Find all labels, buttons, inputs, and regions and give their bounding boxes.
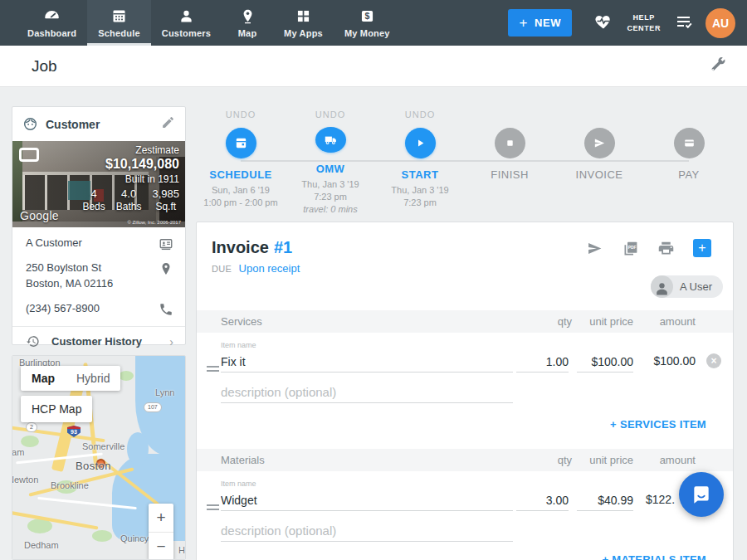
map-road: [12, 510, 99, 529]
add-invoice-button[interactable]: +: [693, 239, 711, 257]
map-zoom-out-button[interactable]: −: [149, 532, 173, 560]
omw-step-button[interactable]: [315, 127, 346, 153]
finish-step-button[interactable]: [495, 128, 525, 158]
qty-header: qty: [558, 454, 572, 466]
address-line2: Boston, MA 02116: [26, 277, 113, 290]
nav-tab-customers[interactable]: Customers: [151, 0, 222, 46]
svg-text:$: $: [364, 11, 369, 21]
map-label-lynn: Lynn: [155, 387, 174, 397]
nav-tab-my-apps[interactable]: My Apps: [273, 0, 334, 46]
contact-card-icon: [159, 236, 173, 251]
baths-label: Baths: [116, 201, 142, 212]
nav-tab-map[interactable]: Map: [222, 0, 273, 46]
heart-pulse-icon: [593, 12, 613, 32]
map-pin-icon: [239, 7, 256, 25]
map-park: [92, 530, 112, 542]
address-line1: 250 Boylston St: [26, 261, 101, 274]
nav-label: Dashboard: [27, 28, 76, 38]
invoice-actions: PDF +: [586, 239, 711, 257]
truck-icon: [324, 133, 338, 147]
help-center-line1: HELP: [627, 12, 661, 23]
assignee-chip[interactable]: A User: [651, 275, 723, 298]
material-line-item: Item name $122.: [197, 480, 733, 546]
nav-tab-my-money[interactable]: $ My Money: [334, 0, 401, 46]
google-watermark: Google: [20, 209, 59, 222]
step-date: Sun, Jan 6 '19: [212, 185, 270, 195]
invoice-title-row: Invoice#1: [212, 238, 292, 257]
street-view-toggle-icon[interactable]: [19, 148, 39, 162]
nav-right: + NEW HELP CENTER AU: [508, 0, 747, 46]
step-travel: travel: 0 mins: [303, 204, 357, 214]
step-date: Thu, Jan 3 '19: [391, 185, 448, 195]
invoice-card: Invoice#1 DUE Upon receipt PDF + A User: [196, 222, 734, 560]
customer-card: Customer Zestimate $10,149,080 Built in …: [12, 106, 186, 345]
health-status-button[interactable]: [593, 12, 613, 35]
start-step-button[interactable]: [405, 128, 436, 158]
hcp-map-button[interactable]: HCP Map: [21, 396, 92, 422]
map-label-dedham: Dedham: [24, 540, 59, 550]
item-name-label: Item name: [221, 480, 256, 488]
service-amount: $100.00: [653, 354, 696, 368]
drag-handle-icon[interactable]: [207, 366, 219, 374]
material-description-input[interactable]: [221, 519, 513, 542]
map-label-quincy: Quincy: [120, 533, 149, 543]
nav-tab-dashboard[interactable]: Dashboard: [17, 0, 87, 46]
help-center-line2: CENTER: [627, 23, 661, 34]
page-header: Job: [0, 46, 747, 87]
map-card: Burlington Lynn Somerville Boston ham Ne…: [12, 355, 186, 560]
checklist-icon: [674, 12, 694, 32]
edit-customer-button[interactable]: [161, 115, 175, 133]
invoice-step-button[interactable]: [584, 128, 615, 158]
undo-omw-button[interactable]: UNDO: [315, 110, 345, 119]
nav-tabs: Dashboard Schedule Customers Map My Apps…: [17, 0, 401, 46]
map-label-somerville: Somerville: [82, 441, 124, 451]
print-button[interactable]: [657, 240, 675, 257]
service-description-input[interactable]: [221, 381, 513, 403]
add-services-item-link[interactable]: + SERVICES ITEM: [610, 418, 706, 431]
checklist-button[interactable]: [674, 12, 694, 35]
job-workflow: UNDO SCHEDULE Sun, Jan 6 '191:00 pm - 2:…: [196, 110, 734, 216]
assignee-avatar: [651, 275, 673, 298]
job-settings-button[interactable]: [709, 56, 727, 77]
step-label: START: [402, 168, 439, 181]
map-label-hingham: Hi: [178, 545, 186, 555]
customer-details: A Customer 250 Boylston StBoston, MA 021…: [12, 227, 185, 357]
stop-icon: [503, 136, 517, 150]
send-icon: [593, 136, 607, 150]
zestimate-value: $10,149,080: [82, 157, 179, 172]
add-materials-item-link[interactable]: + MATERIALS ITEM: [602, 553, 706, 560]
undo-start-button[interactable]: UNDO: [405, 110, 435, 120]
send-invoice-button[interactable]: [586, 240, 603, 257]
street-view-photo[interactable]: Zestimate $10,149,080 Built in 1911 4Bed…: [12, 141, 185, 227]
remove-service-item-button[interactable]: ×: [706, 353, 721, 368]
workflow-step-invoice: INVOICE: [554, 110, 644, 216]
due-terms-link[interactable]: Upon receipt: [239, 262, 300, 275]
schedule-step-button[interactable]: [226, 128, 256, 158]
service-item-name-input[interactable]: [221, 352, 513, 373]
zestimate-overlay: Zestimate $10,149,080 Built in 1911 4Bed…: [82, 144, 179, 212]
map-zoom-control: + −: [149, 504, 173, 560]
pay-step-button[interactable]: [674, 128, 705, 158]
material-unit-price-input[interactable]: [577, 490, 633, 511]
customer-history-button[interactable]: Customer History ›: [26, 327, 173, 357]
step-time: 1:00 pm - 2:00 pm: [203, 197, 277, 207]
pdf-button[interactable]: PDF: [622, 240, 639, 257]
chevron-right-icon: ›: [169, 335, 173, 348]
undo-schedule-button[interactable]: UNDO: [226, 110, 256, 120]
top-nav: Dashboard Schedule Customers Map My Apps…: [0, 0, 747, 46]
nav-tab-schedule[interactable]: Schedule: [87, 0, 151, 46]
drag-handle-icon[interactable]: [207, 504, 219, 513]
new-button[interactable]: + NEW: [508, 9, 572, 37]
map-type-map-button[interactable]: Map: [21, 366, 66, 391]
workflow-step-pay: PAY: [644, 110, 734, 216]
material-qty-input[interactable]: [516, 490, 569, 511]
material-amount: $122.: [646, 493, 675, 506]
map-zoom-in-button[interactable]: +: [149, 504, 173, 532]
service-unit-price-input[interactable]: [577, 352, 633, 373]
help-center-button[interactable]: HELP CENTER: [627, 12, 661, 33]
service-qty-input[interactable]: [516, 352, 569, 373]
chat-launcher-button[interactable]: [679, 472, 724, 517]
user-avatar[interactable]: AU: [706, 8, 735, 38]
map-type-hybrid-button[interactable]: Hybrid: [66, 366, 120, 391]
material-item-name-input[interactable]: [221, 490, 513, 511]
